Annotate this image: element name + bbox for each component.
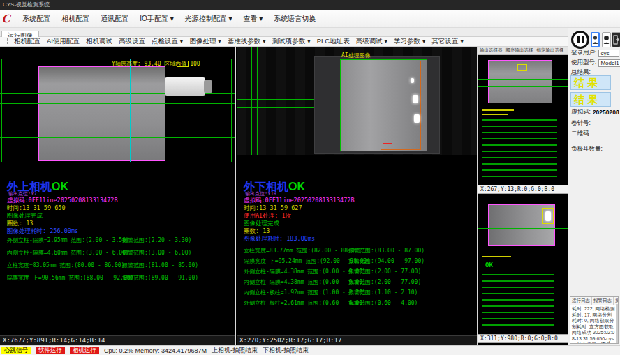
- alarm-range: 报警范围:(94.00 - 97.00): [348, 257, 425, 268]
- aux-camera-image-1[interactable]: [478, 56, 568, 106]
- result-indicator-1: 结果: [570, 75, 611, 90]
- software-running-badge: 软件运行: [36, 347, 65, 354]
- measurement-row: 隔膜宽度-下=95.24mm 范围:(92.00 - 98.00) 报警范围:(…: [244, 257, 425, 268]
- aux-result-ok: OK: [485, 261, 493, 268]
- main-area: Y轴原高度: 93.40 区域内值:100 外上相机OK 输出点位:Y7 虚拟码…: [0, 47, 568, 345]
- output-selector-label[interactable]: 输出选择器: [480, 47, 503, 54]
- reflection-glint: [411, 78, 414, 83]
- measurement-row: 外侧立柱-隔膜=4.38mm 范围:(0.00 - 9.00) 报警范围:(2.…: [244, 268, 425, 278]
- measurement-value: 内侧立柱-极柱=1.92mm 范围:(1.00 - 2.20): [244, 289, 348, 299]
- pixel-coordinates-readout: X:267;Y:13;R:0;G:0;B:0: [478, 185, 568, 194]
- alarm-range: 报警范围:(3.00 - 6.00): [122, 249, 198, 261]
- menu-language-switch[interactable]: 系统语言切换: [272, 13, 318, 25]
- measurement-value: 隔膜宽度-上=90.56mm 范围:(88.00 - 92.00): [7, 274, 122, 287]
- app-window: CYS-视觉检测系统 C 系统配置 相机配置 通讯配置 IO手配置 ▾ 光源控制…: [0, 0, 620, 364]
- tool-advanced-settings[interactable]: 高级设置: [119, 37, 145, 46]
- specified-output-option[interactable]: 指定输出选择: [537, 47, 564, 54]
- pixel-coordinates-readout: X:270;Y:2502;R:17;G:17;B:17: [237, 335, 477, 345]
- alarm-range: 报警范围:(2.20 - 3.30): [122, 236, 198, 249]
- app-logo-icon: C: [2, 12, 12, 26]
- reflection-glint: [545, 211, 551, 221]
- exit-icon: [613, 35, 619, 45]
- tool-image-process[interactable]: 图像处理 ▾: [189, 37, 221, 46]
- turns-line: 圈数: 13: [7, 220, 118, 227]
- measurement-row: 外侧立柱-隔膜=2.95mm 范围:(2.00 - 3.50) 报警范围:(2.…: [7, 236, 198, 249]
- connector-part: [165, 77, 205, 96]
- tool-plc-table[interactable]: PLC地址表: [317, 37, 350, 46]
- user-login-button[interactable]: [591, 32, 600, 47]
- menu-io-config[interactable]: IO手配置 ▾: [138, 13, 175, 25]
- process-done-line: 图像处理完成: [244, 220, 355, 227]
- login-user-label: 登录用户:: [571, 49, 596, 57]
- exit-button[interactable]: [612, 32, 620, 47]
- tab-alarm-log[interactable]: 报警日志: [592, 297, 614, 305]
- annotation-line: [478, 79, 568, 80]
- overlay-text-row: [482, 114, 508, 115]
- pause-button[interactable]: [571, 31, 589, 49]
- menu-camera-config[interactable]: 相机配置: [59, 13, 91, 25]
- measurement-row: 内侧立柱-极柱=1.92mm 范围:(1.00 - 2.20) 报警范围:(1.…: [244, 289, 425, 299]
- annotation-line: [231, 59, 232, 162]
- alarm-range: 报警范围:(89.00 - 91.00): [122, 274, 198, 287]
- menu-light-config[interactable]: 光源控制配置 ▾: [183, 13, 235, 25]
- tool-ai-config[interactable]: AI使用配置: [47, 37, 80, 46]
- tool-camera-config[interactable]: 相机配置: [14, 37, 40, 46]
- camera-image-outer-lower[interactable]: AI处理图像: [237, 47, 477, 155]
- time-line: 时间:13-31-59-627: [244, 204, 355, 212]
- output-select-strip: 输出选择器 顺序输出选择 指定输出选择: [478, 47, 568, 55]
- camera-panel-outer-lower: AI处理图像 外下相机OK 输出点位:Y10 虚拟码:0FF1line20250…: [237, 47, 478, 345]
- login-user-value[interactable]: cys: [598, 50, 619, 57]
- measurement-value: 外侧立柱-极柱=2.61mm 范围:(0.60 - 4.00): [244, 299, 348, 310]
- camera-running-badge: 相机运行: [70, 347, 99, 354]
- tab-run-log[interactable]: 运行日志: [570, 297, 592, 305]
- alarm-range: 报警范围:(0.60 - 4.00): [348, 299, 425, 310]
- tool-learn-params[interactable]: 学习参数 ▾: [394, 37, 425, 46]
- pause-icon: [582, 36, 584, 43]
- reflection-glint: [413, 95, 418, 103]
- alarm-range: 报警范围:(83.00 - 87.00): [348, 247, 425, 257]
- annotation-line: [0, 146, 235, 146]
- measurement-value: 外侧立柱-隔膜=4.38mm 范围:(0.00 - 9.00): [244, 268, 348, 278]
- toolbar: 相机配置 AI使用配置 相机调试 高级设置 点检设置 ▾ 图像处理 ▾ 基准线参…: [0, 37, 568, 47]
- upper-camera-status: 上相机-拍照结束: [212, 346, 258, 355]
- inspected-part: [38, 66, 165, 161]
- measurement-row: 内侧立柱-隔膜=4.38mm 范围:(0.00 - 9.00) 报警范围:(2.…: [244, 278, 425, 289]
- sequential-output-option[interactable]: 顺序输出选择: [506, 47, 533, 54]
- titlebar[interactable]: CYS-视觉检测系统: [0, 0, 620, 10]
- tool-baseline-params[interactable]: 基准线参数 ▾: [228, 37, 266, 46]
- annotation-line: [257, 47, 258, 155]
- annotation-line: [237, 107, 314, 108]
- model-select[interactable]: Model1: [598, 59, 620, 67]
- aux-camera-image-2[interactable]: [478, 199, 568, 252]
- menu-view[interactable]: 查看 ▾: [242, 13, 265, 25]
- camera-status: OK: [52, 181, 68, 192]
- qr-code-label: 二维码:: [571, 130, 591, 138]
- window-title: CYS-视觉检测系统: [3, 1, 50, 8]
- tool-advanced-debug[interactable]: 高级调试 ▾: [356, 37, 388, 46]
- annotation-line: [1, 59, 2, 162]
- bottom-spacer: [0, 355, 620, 364]
- menu-system-config[interactable]: 系统配置: [20, 13, 52, 25]
- log-scrollbar[interactable]: [616, 304, 618, 343]
- log-box[interactable]: 运行日志 报警日志 操作日志 耗时: 222, 网络检测耗时: 17, 网络分割…: [570, 296, 619, 344]
- reflection-glint: [414, 114, 420, 123]
- tool-other-settings[interactable]: 其它设置 ▾: [432, 37, 464, 46]
- annotation-line: [0, 103, 235, 104]
- overlay-text-rows: [482, 119, 557, 178]
- operator-button[interactable]: [602, 32, 611, 47]
- overlay-text-rows: [482, 274, 554, 330]
- model-label: 使用型号:: [571, 59, 596, 67]
- tool-spot-check[interactable]: 点检设置 ▾: [152, 37, 183, 46]
- virtual-code-value: 20250208: [593, 109, 619, 116]
- tool-test-params[interactable]: 测试项参数 ▾: [272, 37, 311, 46]
- camera-image-outer-upper[interactable]: Y轴原高度: 93.40 区域内值:100: [0, 59, 235, 162]
- lower-camera-status: 下相机-拍照结束: [263, 346, 309, 355]
- menu-comm-config[interactable]: 通讯配置: [98, 13, 131, 25]
- tool-camera-debug[interactable]: 相机调试: [86, 37, 112, 46]
- overlay-text-row: [482, 256, 511, 257]
- measurement-row: 立柱宽度=83.05mm 范围:(80.00 - 86.00) 报警范围:(81…: [7, 261, 198, 274]
- negative-tab-count-label: 负极耳数量:: [571, 145, 603, 153]
- pixel-coordinates-readout: X:7677;Y:891;R:14;G:14;B:14: [0, 335, 235, 345]
- measurement-value: 内侧立柱-隔膜=4.38mm 范围:(0.00 - 9.00): [244, 278, 348, 289]
- pause-icon: [577, 36, 580, 43]
